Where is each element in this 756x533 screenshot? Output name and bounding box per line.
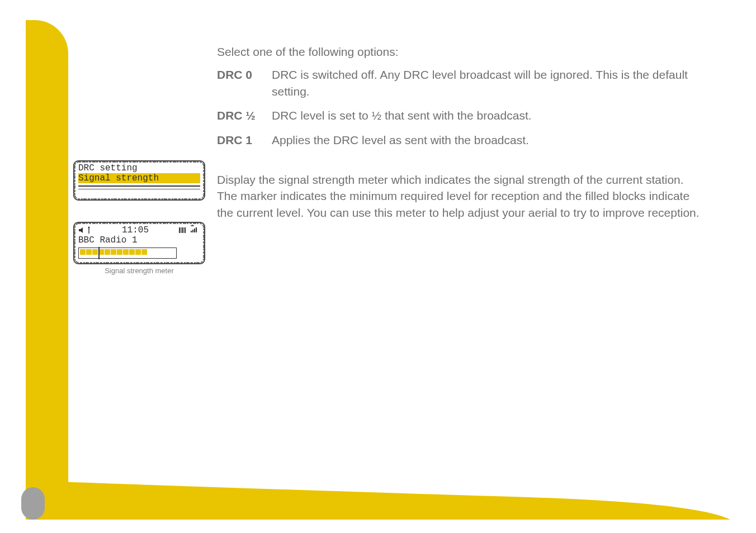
lcd-line-highlighted: Signal strength [78,173,200,183]
signal-bars-icon [190,225,200,235]
meter-cell [162,249,169,256]
lcd-station: BBC Radio 1 [78,235,200,245]
meter-cell [155,249,162,256]
svg-rect-17 [196,227,197,232]
left-yellow-bar [26,20,68,512]
meter-cell [148,249,154,256]
svg-rect-9 [182,227,183,233]
lcd-signal-screenshot: 11:05 [73,221,206,265]
antenna-icon [86,226,92,234]
lcd-menu-screenshot: DRC setting Signal strength [73,160,206,201]
lcd-column: DRC setting Signal strength [73,160,206,285]
svg-rect-15 [192,230,193,232]
svg-rect-7 [179,227,180,233]
intro-text: Select one of the following options: [217,44,703,60]
meter-cell [111,249,116,255]
meter-cell [117,249,122,255]
meter-cell [92,249,98,255]
svg-rect-11 [185,227,186,233]
meter-cell [80,249,86,255]
meter-cell [135,249,141,255]
meter-cell [86,249,92,255]
lcd-time: 11:05 [92,225,179,235]
option-name: DRC 0 [217,66,267,99]
option-name: DRC ½ [217,107,267,123]
option-name: DRC 1 [217,132,267,148]
svg-rect-10 [183,227,184,233]
meter-cell [123,249,129,255]
svg-rect-16 [194,229,195,232]
barcode-icon [179,226,190,234]
svg-rect-14 [191,231,192,232]
speaker-icon [78,226,86,234]
option-desc: DRC is switched off. Any DRC level broad… [272,66,703,99]
svg-marker-4 [79,227,83,233]
meter-min-marker [98,247,100,259]
lcd-separator [78,185,200,187]
options-table: DRC 0 DRC is switched off. Any DRC level… [217,66,703,148]
bottom-yellow-swoosh [26,480,730,520]
page-corner-chip [21,487,45,520]
svg-point-6 [88,226,90,228]
signal-strength-meter [78,248,177,259]
option-desc: DRC level is set to ½ that sent with the… [272,107,703,123]
svg-rect-8 [181,227,181,233]
signal-strength-paragraph: Display the signal strength meter which … [217,172,703,221]
lcd-line: DRC setting [78,163,200,173]
meter-cell [129,249,135,255]
main-content: Select one of the following options: DRC… [217,44,703,227]
meter-cell [141,249,147,255]
lcd-separator [78,189,200,189]
meter-cell [105,249,110,255]
option-desc: Applies the DRC level as sent with the b… [272,132,703,148]
lcd-caption: Signal strength meter [73,266,206,275]
